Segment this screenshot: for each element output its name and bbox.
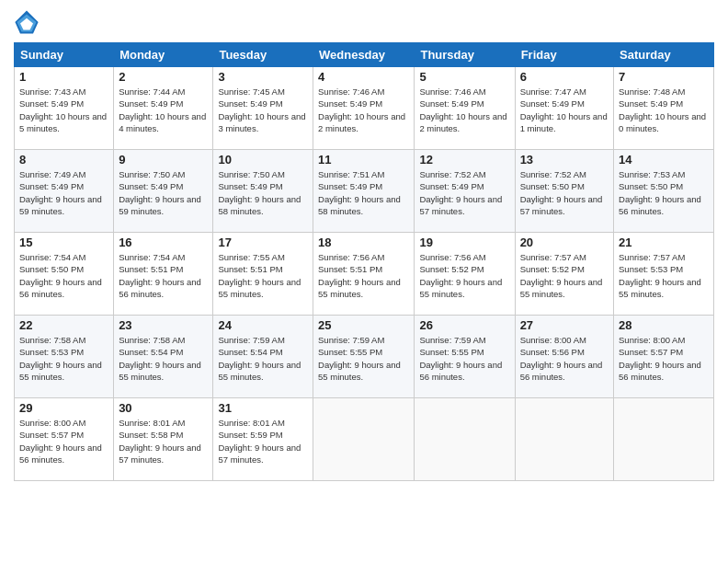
weekday-header: Saturday — [614, 43, 714, 67]
day-info: Sunrise: 7:56 AMSunset: 5:52 PMDaylight:… — [419, 251, 509, 300]
calendar-cell: 23Sunrise: 7:58 AMSunset: 5:54 PMDayligh… — [114, 316, 213, 398]
calendar-cell: 7Sunrise: 7:48 AMSunset: 5:49 PMDaylight… — [614, 67, 714, 150]
logo — [14, 9, 43, 35]
calendar-week-row: 22Sunrise: 7:58 AMSunset: 5:53 PMDayligh… — [15, 316, 714, 398]
calendar-cell: 28Sunrise: 8:00 AMSunset: 5:57 PMDayligh… — [614, 316, 714, 398]
calendar-cell: 11Sunrise: 7:51 AMSunset: 5:49 PMDayligh… — [313, 150, 415, 233]
day-number: 9 — [119, 153, 208, 167]
day-number: 7 — [619, 70, 709, 84]
day-number: 23 — [119, 318, 208, 332]
calendar-cell — [415, 398, 515, 481]
calendar-cell: 26Sunrise: 7:59 AMSunset: 5:55 PMDayligh… — [415, 316, 515, 398]
day-number: 21 — [619, 236, 709, 249]
day-number: 14 — [619, 153, 709, 167]
day-info: Sunrise: 7:56 AMSunset: 5:51 PMDaylight:… — [318, 251, 409, 300]
day-info: Sunrise: 7:47 AMSunset: 5:49 PMDaylight:… — [520, 86, 609, 134]
calendar-cell: 9Sunrise: 7:50 AMSunset: 5:49 PMDaylight… — [114, 150, 213, 233]
calendar-cell — [313, 398, 415, 481]
calendar-cell: 29Sunrise: 8:00 AMSunset: 5:57 PMDayligh… — [15, 398, 114, 481]
calendar-cell: 15Sunrise: 7:54 AMSunset: 5:50 PMDayligh… — [15, 233, 114, 316]
day-info: Sunrise: 7:54 AMSunset: 5:50 PMDaylight:… — [19, 251, 108, 300]
logo-icon — [14, 9, 40, 35]
day-info: Sunrise: 7:58 AMSunset: 5:53 PMDaylight:… — [19, 334, 108, 383]
day-info: Sunrise: 8:01 AMSunset: 5:58 PMDaylight:… — [119, 417, 208, 465]
day-info: Sunrise: 7:59 AMSunset: 5:55 PMDaylight:… — [419, 334, 509, 383]
day-info: Sunrise: 8:00 AMSunset: 5:56 PMDaylight:… — [520, 334, 609, 383]
calendar-week-row: 29Sunrise: 8:00 AMSunset: 5:57 PMDayligh… — [15, 398, 714, 481]
day-info: Sunrise: 7:52 AMSunset: 5:49 PMDaylight:… — [419, 168, 509, 217]
calendar-cell: 1Sunrise: 7:43 AMSunset: 5:49 PMDaylight… — [15, 67, 114, 150]
day-number: 18 — [318, 236, 409, 249]
day-number: 25 — [318, 318, 409, 332]
calendar-cell — [614, 398, 714, 481]
day-number: 5 — [419, 70, 509, 84]
day-info: Sunrise: 8:00 AMSunset: 5:57 PMDaylight:… — [19, 417, 108, 465]
calendar-cell: 31Sunrise: 8:01 AMSunset: 5:59 PMDayligh… — [213, 398, 313, 481]
day-number: 4 — [318, 70, 409, 84]
day-number: 12 — [419, 153, 509, 167]
calendar: SundayMondayTuesdayWednesdayThursdayFrid… — [14, 42, 714, 481]
page: SundayMondayTuesdayWednesdayThursdayFrid… — [0, 0, 728, 563]
calendar-week-row: 8Sunrise: 7:49 AMSunset: 5:49 PMDaylight… — [15, 150, 714, 233]
day-number: 1 — [19, 70, 108, 84]
day-number: 24 — [218, 318, 308, 332]
day-number: 31 — [218, 401, 308, 415]
day-number: 15 — [19, 236, 108, 249]
day-info: Sunrise: 7:50 AMSunset: 5:49 PMDaylight:… — [119, 168, 208, 217]
weekday-header: Thursday — [415, 43, 515, 67]
calendar-cell: 4Sunrise: 7:46 AMSunset: 5:49 PMDaylight… — [313, 67, 415, 150]
calendar-cell: 3Sunrise: 7:45 AMSunset: 5:49 PMDaylight… — [213, 67, 313, 150]
calendar-cell: 13Sunrise: 7:52 AMSunset: 5:50 PMDayligh… — [515, 150, 613, 233]
header — [14, 9, 714, 35]
calendar-cell: 12Sunrise: 7:52 AMSunset: 5:49 PMDayligh… — [415, 150, 515, 233]
calendar-cell: 27Sunrise: 8:00 AMSunset: 5:56 PMDayligh… — [515, 316, 613, 398]
calendar-cell — [515, 398, 613, 481]
calendar-cell: 16Sunrise: 7:54 AMSunset: 5:51 PMDayligh… — [114, 233, 213, 316]
day-info: Sunrise: 7:57 AMSunset: 5:53 PMDaylight:… — [619, 251, 709, 300]
calendar-cell: 30Sunrise: 8:01 AMSunset: 5:58 PMDayligh… — [114, 398, 213, 481]
day-number: 29 — [19, 401, 108, 415]
day-info: Sunrise: 7:59 AMSunset: 5:55 PMDaylight:… — [318, 334, 409, 383]
calendar-cell: 2Sunrise: 7:44 AMSunset: 5:49 PMDaylight… — [114, 67, 213, 150]
weekday-header: Monday — [114, 43, 213, 67]
day-number: 22 — [19, 318, 108, 332]
day-number: 16 — [119, 236, 208, 249]
day-number: 20 — [520, 236, 609, 249]
calendar-cell: 18Sunrise: 7:56 AMSunset: 5:51 PMDayligh… — [313, 233, 415, 316]
calendar-cell: 17Sunrise: 7:55 AMSunset: 5:51 PMDayligh… — [213, 233, 313, 316]
day-number: 19 — [419, 236, 509, 249]
day-number: 28 — [619, 318, 709, 332]
day-number: 10 — [218, 153, 308, 167]
day-info: Sunrise: 7:59 AMSunset: 5:54 PMDaylight:… — [218, 334, 308, 383]
day-info: Sunrise: 7:57 AMSunset: 5:52 PMDaylight:… — [520, 251, 609, 300]
calendar-cell: 25Sunrise: 7:59 AMSunset: 5:55 PMDayligh… — [313, 316, 415, 398]
day-info: Sunrise: 7:54 AMSunset: 5:51 PMDaylight:… — [119, 251, 208, 300]
day-number: 30 — [119, 401, 208, 415]
calendar-cell: 22Sunrise: 7:58 AMSunset: 5:53 PMDayligh… — [15, 316, 114, 398]
calendar-cell: 10Sunrise: 7:50 AMSunset: 5:49 PMDayligh… — [213, 150, 313, 233]
day-info: Sunrise: 7:46 AMSunset: 5:49 PMDaylight:… — [318, 86, 409, 134]
day-info: Sunrise: 7:52 AMSunset: 5:50 PMDaylight:… — [520, 168, 609, 217]
day-info: Sunrise: 7:48 AMSunset: 5:49 PMDaylight:… — [619, 86, 709, 134]
day-info: Sunrise: 8:01 AMSunset: 5:59 PMDaylight:… — [218, 417, 308, 465]
calendar-cell: 21Sunrise: 7:57 AMSunset: 5:53 PMDayligh… — [614, 233, 714, 316]
day-number: 27 — [520, 318, 609, 332]
day-info: Sunrise: 7:44 AMSunset: 5:49 PMDaylight:… — [119, 86, 208, 134]
day-info: Sunrise: 7:55 AMSunset: 5:51 PMDaylight:… — [218, 251, 308, 300]
calendar-cell: 20Sunrise: 7:57 AMSunset: 5:52 PMDayligh… — [515, 233, 613, 316]
day-number: 6 — [520, 70, 609, 84]
calendar-cell: 6Sunrise: 7:47 AMSunset: 5:49 PMDaylight… — [515, 67, 613, 150]
day-info: Sunrise: 7:50 AMSunset: 5:49 PMDaylight:… — [218, 168, 308, 217]
weekday-header: Friday — [515, 43, 613, 67]
day-number: 26 — [419, 318, 509, 332]
weekday-header: Tuesday — [213, 43, 313, 67]
day-info: Sunrise: 8:00 AMSunset: 5:57 PMDaylight:… — [619, 334, 709, 383]
day-info: Sunrise: 7:51 AMSunset: 5:49 PMDaylight:… — [318, 168, 409, 217]
calendar-cell: 14Sunrise: 7:53 AMSunset: 5:50 PMDayligh… — [614, 150, 714, 233]
day-info: Sunrise: 7:43 AMSunset: 5:49 PMDaylight:… — [19, 86, 108, 134]
weekday-header: Sunday — [15, 43, 114, 67]
calendar-week-row: 1Sunrise: 7:43 AMSunset: 5:49 PMDaylight… — [15, 67, 714, 150]
calendar-week-row: 15Sunrise: 7:54 AMSunset: 5:50 PMDayligh… — [15, 233, 714, 316]
weekday-header-row: SundayMondayTuesdayWednesdayThursdayFrid… — [15, 43, 714, 67]
day-number: 11 — [318, 153, 409, 167]
